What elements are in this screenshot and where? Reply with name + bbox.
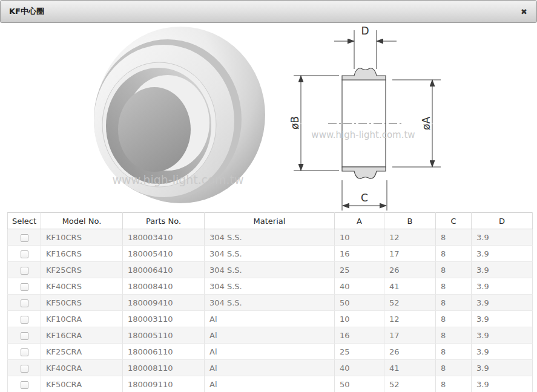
cell-select xyxy=(8,229,41,246)
cell-a: 40 xyxy=(335,278,384,295)
cell-material: Al xyxy=(205,360,335,376)
cross-section-drawing: D øB øA C www.high-light.com.tw xyxy=(291,24,461,213)
row-select-checkbox[interactable] xyxy=(21,365,28,373)
dialog-titlebar: KF中心圈 ✖ xyxy=(0,0,537,23)
cell-c: 8 xyxy=(436,327,472,344)
cell-model: KF10CRS xyxy=(41,229,123,246)
cell-parts: 180006110 xyxy=(123,344,205,360)
dim-label-a: øA xyxy=(420,117,432,130)
cell-b: 12 xyxy=(384,229,436,246)
row-select-checkbox[interactable] xyxy=(21,316,28,324)
cell-c: 8 xyxy=(436,246,472,262)
cell-select xyxy=(8,295,41,311)
cell-parts: 180003110 xyxy=(123,311,205,327)
row-select-checkbox[interactable] xyxy=(21,267,28,275)
cell-select xyxy=(8,344,41,360)
row-select-checkbox[interactable] xyxy=(21,250,28,258)
cell-d: 3.9 xyxy=(472,229,533,246)
cell-parts: 180005110 xyxy=(123,327,205,344)
cell-material: 304 S.S. xyxy=(205,295,335,311)
cell-c: 8 xyxy=(436,344,472,360)
table-row: KF40CRS180008410304 S.S.404183.9 xyxy=(8,278,533,295)
cell-c: 8 xyxy=(436,295,472,311)
row-select-checkbox[interactable] xyxy=(21,283,28,291)
table-row: KF50CRA180009110Al505283.9 xyxy=(8,376,533,392)
cell-material: Al xyxy=(205,311,335,327)
row-select-checkbox[interactable] xyxy=(21,332,28,340)
dialog-title: KF中心圈 xyxy=(1,6,44,17)
cell-model: KF40CRS xyxy=(41,278,123,295)
cell-b: 41 xyxy=(384,360,436,376)
cell-model: KF50CRS xyxy=(41,295,123,311)
table-row: KF10CRS180003410304 S.S.101283.9 xyxy=(8,229,533,246)
cell-select xyxy=(8,327,41,344)
cell-a: 25 xyxy=(335,262,384,278)
close-icon[interactable]: ✖ xyxy=(521,8,536,16)
cell-c: 8 xyxy=(436,311,472,327)
cell-a: 40 xyxy=(335,360,384,376)
cell-parts: 180003410 xyxy=(123,229,205,246)
cell-b: 17 xyxy=(384,327,436,344)
table-row: KF40CRA180008110Al404183.9 xyxy=(8,360,533,376)
cell-a: 10 xyxy=(335,229,384,246)
dim-label-c: C xyxy=(361,192,368,204)
cell-material: 304 S.S. xyxy=(205,262,335,278)
row-select-checkbox[interactable] xyxy=(21,234,28,242)
cell-d: 3.9 xyxy=(472,278,533,295)
photo-watermark: www.high-light.com.tw xyxy=(113,173,244,186)
cell-select xyxy=(8,376,41,392)
cell-parts: 180008410 xyxy=(123,278,205,295)
cell-b: 52 xyxy=(384,295,436,311)
table-row: KF50CRS180009410304 S.S.505283.9 xyxy=(8,295,533,311)
row-select-checkbox[interactable] xyxy=(21,348,28,356)
cell-b: 26 xyxy=(384,344,436,360)
row-select-checkbox[interactable] xyxy=(21,381,28,389)
table-row: KF25CRS180006410304 S.S.252683.9 xyxy=(8,262,533,278)
cell-d: 3.9 xyxy=(472,295,533,311)
cell-c: 8 xyxy=(436,278,472,295)
cell-select xyxy=(8,262,41,278)
column-header-select: Select xyxy=(8,213,41,229)
cell-a: 50 xyxy=(335,295,384,311)
cell-select xyxy=(8,246,41,262)
row-select-checkbox[interactable] xyxy=(21,299,28,307)
cell-material: 304 S.S. xyxy=(205,278,335,295)
cell-model: KF25CRA xyxy=(41,344,123,360)
cell-model: KF16CRA xyxy=(41,327,123,344)
cell-select xyxy=(8,311,41,327)
table-row: KF16CRA180005110Al161783.9 xyxy=(8,327,533,344)
cell-material: 304 S.S. xyxy=(205,246,335,262)
product-photo: www.high-light.com.tw xyxy=(90,25,266,204)
cell-d: 3.9 xyxy=(472,311,533,327)
dim-label-b: øB xyxy=(291,116,301,129)
cell-d: 3.9 xyxy=(472,246,533,262)
cell-b: 41 xyxy=(384,278,436,295)
cell-model: KF25CRS xyxy=(41,262,123,278)
cell-model: KF50CRA xyxy=(41,376,123,392)
cell-material: Al xyxy=(205,344,335,360)
cell-parts: 180009110 xyxy=(123,376,205,392)
cell-a: 16 xyxy=(335,246,384,262)
column-header-c: C xyxy=(436,213,472,229)
cell-c: 8 xyxy=(436,262,472,278)
cell-a: 50 xyxy=(335,376,384,392)
cell-c: 8 xyxy=(436,229,472,246)
table-body: KF10CRS180003410304 S.S.101283.9KF16CRS1… xyxy=(8,229,533,392)
dim-label-d: D xyxy=(361,25,369,37)
column-header-parts-no-: Parts No. xyxy=(123,213,205,229)
cell-d: 3.9 xyxy=(472,262,533,278)
cell-model: KF10CRA xyxy=(41,311,123,327)
cell-model: KF40CRA xyxy=(41,360,123,376)
cell-c: 8 xyxy=(436,376,472,392)
parts-table-container: SelectModel No.Parts No.MaterialABCD KF1… xyxy=(7,212,532,392)
drawing-watermark: www.high-light.com.tw xyxy=(311,129,415,140)
cell-c: 8 xyxy=(436,360,472,376)
cell-parts: 180005410 xyxy=(123,246,205,262)
cell-parts: 180008110 xyxy=(123,360,205,376)
cell-d: 3.9 xyxy=(472,327,533,344)
table-row: KF25CRA180006110Al252683.9 xyxy=(8,344,533,360)
cell-d: 3.9 xyxy=(472,360,533,376)
cell-a: 10 xyxy=(335,311,384,327)
column-header-b: B xyxy=(384,213,436,229)
cell-b: 52 xyxy=(384,376,436,392)
